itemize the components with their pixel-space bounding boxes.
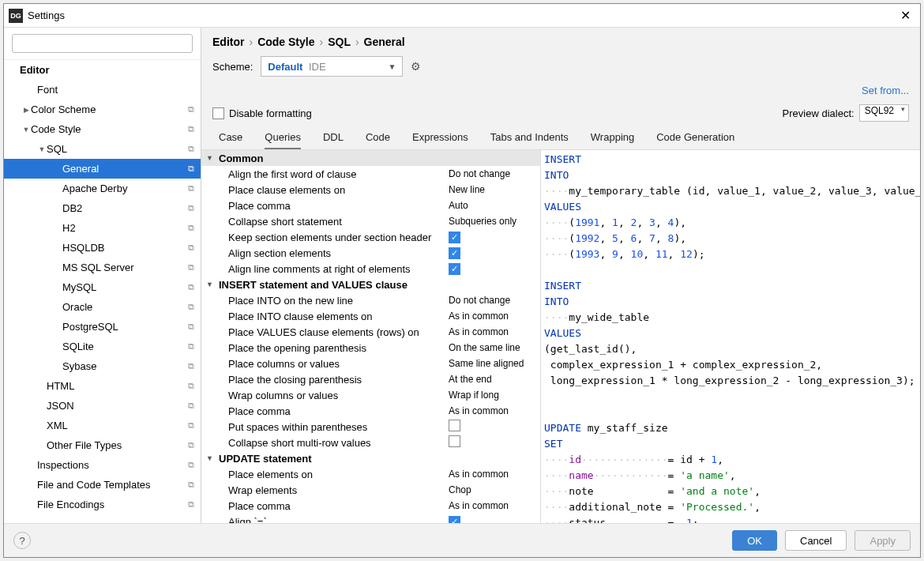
setting-row[interactable]: Place VALUES clause elements (rows) onAs… — [201, 324, 540, 340]
setting-row[interactable]: Align `=`✓ — [201, 514, 540, 523]
cancel-button[interactable]: Cancel — [785, 530, 847, 551]
setting-checkbox[interactable]: ✓ — [449, 247, 460, 259]
sidebar-item-json[interactable]: JSON⧉ — [4, 396, 201, 416]
setting-row[interactable]: Put spaces within parentheses — [201, 419, 540, 435]
sidebar-item-apache-derby[interactable]: Apache Derby⧉ — [4, 179, 201, 198]
setting-value[interactable]: As in common — [445, 405, 540, 416]
setting-row[interactable]: Place elements onAs in common — [201, 466, 540, 482]
copy-icon: ⧉ — [188, 164, 194, 174]
sidebar-item-inspections[interactable]: Inspections⧉ — [4, 455, 201, 475]
setting-row[interactable]: Place INTO clause elements onAs in commo… — [201, 308, 540, 324]
tab-code-generation[interactable]: Code Generation — [656, 128, 734, 149]
sidebar-item-label: Oracle — [62, 301, 188, 313]
apply-button[interactable]: Apply — [855, 530, 911, 551]
setting-row[interactable]: Keep section elements under section head… — [201, 229, 540, 245]
group-header[interactable]: ▼Common — [201, 150, 540, 166]
setting-value[interactable]: At the end — [445, 374, 540, 385]
copy-icon: ⧉ — [188, 401, 194, 411]
ok-button[interactable]: OK — [732, 530, 777, 551]
copy-icon: ⧉ — [188, 282, 194, 292]
sidebar-item-ms-sql-server[interactable]: MS SQL Server⧉ — [4, 258, 201, 277]
tab-code[interactable]: Code — [366, 128, 390, 149]
setting-row[interactable]: Align the first word of clauseDo not cha… — [201, 166, 540, 182]
setting-row[interactable]: Wrap columns or valuesWrap if long — [201, 387, 540, 403]
setting-row[interactable]: Place INTO on the new lineDo not change — [201, 292, 540, 308]
setting-label: Wrap columns or values — [201, 390, 445, 401]
setting-value[interactable]: On the same line — [445, 342, 540, 353]
setting-value[interactable]: New line — [445, 184, 540, 195]
sidebar-item-file-and-code-templates[interactable]: File and Code Templates⧉ — [4, 475, 201, 495]
sidebar-item-code-style[interactable]: ▼Code Style⧉ — [4, 119, 201, 139]
setting-value[interactable]: As in common — [445, 326, 540, 337]
sidebar-item-file-encodings[interactable]: File Encodings⧉ — [4, 495, 201, 514]
sidebar-item-sqlite[interactable]: SQLite⧉ — [4, 337, 201, 356]
setting-value[interactable]: Same line aligned — [445, 358, 540, 369]
sidebar-item-general[interactable]: General⧉ — [4, 159, 201, 179]
setting-value[interactable]: As in common — [445, 469, 540, 480]
app-icon: DG — [9, 9, 23, 23]
sidebar-item-oracle[interactable]: Oracle⧉ — [4, 297, 201, 317]
sidebar-item-sql[interactable]: ▼SQL⧉ — [4, 139, 201, 159]
copy-icon: ⧉ — [188, 381, 194, 391]
setting-checkbox[interactable]: ✓ — [449, 516, 460, 524]
sidebar-item-sybase[interactable]: Sybase⧉ — [4, 356, 201, 376]
setting-value[interactable]: Wrap if long — [445, 390, 540, 401]
disable-formatting-checkbox[interactable] — [212, 107, 224, 119]
group-header[interactable]: ▼INSERT statement and VALUES clause — [201, 277, 540, 292]
sidebar-item-db2[interactable]: DB2⧉ — [4, 198, 201, 218]
sidebar-item-color-scheme[interactable]: ▶Color Scheme⧉ — [4, 100, 201, 119]
setting-checkbox[interactable]: ✓ — [449, 263, 460, 275]
setting-row[interactable]: Place the closing parenthesisAt the end — [201, 371, 540, 387]
sidebar-item-html[interactable]: HTML⧉ — [4, 376, 201, 396]
setting-row[interactable]: Place the opening parenthesisOn the same… — [201, 340, 540, 356]
copy-icon: ⧉ — [188, 183, 194, 194]
copy-icon: ⧉ — [188, 124, 194, 134]
tab-queries[interactable]: Queries — [265, 128, 301, 149]
sidebar-item-xml[interactable]: XML⧉ — [4, 416, 201, 435]
tab-expressions[interactable]: Expressions — [412, 128, 468, 149]
setting-row[interactable]: Place commaAs in common — [201, 403, 540, 419]
setting-checkbox[interactable] — [449, 420, 460, 431]
setting-row[interactable]: Align line comments at right of elements… — [201, 261, 540, 277]
scheme-label: Scheme: — [212, 61, 253, 73]
setting-row[interactable]: Place commaAuto — [201, 198, 540, 213]
tab-tabs-and-indents[interactable]: Tabs and Indents — [490, 128, 569, 149]
tab-case[interactable]: Case — [219, 128, 242, 149]
gear-icon[interactable]: ⚙ — [411, 60, 421, 73]
sidebar-item-postgresql[interactable]: PostgreSQL⧉ — [4, 317, 201, 337]
sidebar-item-mysql[interactable]: MySQL⧉ — [4, 277, 201, 297]
help-icon[interactable]: ? — [13, 532, 31, 549]
copy-icon: ⧉ — [188, 223, 194, 233]
setting-value[interactable]: As in common — [445, 500, 540, 511]
group-header[interactable]: ▼UPDATE statement — [201, 450, 540, 466]
collapse-arrow-icon: ▼ — [206, 280, 219, 288]
setting-value[interactable]: Chop — [445, 484, 540, 495]
setting-value[interactable]: Subqueries only — [445, 216, 540, 227]
sidebar-item-hsqldb[interactable]: HSQLDB⧉ — [4, 238, 201, 258]
scheme-select[interactable]: Default IDE ▼ — [261, 56, 403, 77]
setting-row[interactable]: Wrap elementsChop — [201, 482, 540, 498]
preview-dialect-select[interactable]: SQL92 — [859, 104, 909, 122]
set-from-link[interactable]: Set from... — [862, 85, 909, 96]
setting-value[interactable]: As in common — [445, 311, 540, 322]
search-input[interactable] — [12, 34, 193, 53]
setting-row[interactable]: Collapse short multi-row values — [201, 435, 540, 450]
setting-value[interactable]: Do not change — [445, 168, 540, 179]
sidebar-item-font[interactable]: Font — [4, 80, 201, 100]
setting-row[interactable]: Align section elements✓ — [201, 245, 540, 261]
setting-value[interactable]: Auto — [445, 200, 540, 211]
sidebar-item-other-file-types[interactable]: Other File Types⧉ — [4, 435, 201, 455]
sidebar-item-h2[interactable]: H2⧉ — [4, 218, 201, 238]
setting-checkbox[interactable] — [449, 435, 460, 447]
setting-row[interactable]: Place clause elements onNew line — [201, 182, 540, 198]
setting-value[interactable]: Do not change — [445, 295, 540, 306]
copy-icon: ⧉ — [188, 460, 194, 470]
tab-ddl[interactable]: DDL — [323, 128, 344, 149]
setting-row[interactable]: Collapse short statementSubqueries only — [201, 213, 540, 229]
setting-checkbox[interactable]: ✓ — [449, 232, 460, 243]
setting-row[interactable]: Place columns or valuesSame line aligned — [201, 356, 540, 371]
sidebar-header[interactable]: Editor — [4, 60, 201, 80]
close-icon[interactable]: ✕ — [896, 8, 915, 23]
tab-wrapping[interactable]: Wrapping — [591, 128, 634, 149]
setting-row[interactable]: Place commaAs in common — [201, 498, 540, 514]
